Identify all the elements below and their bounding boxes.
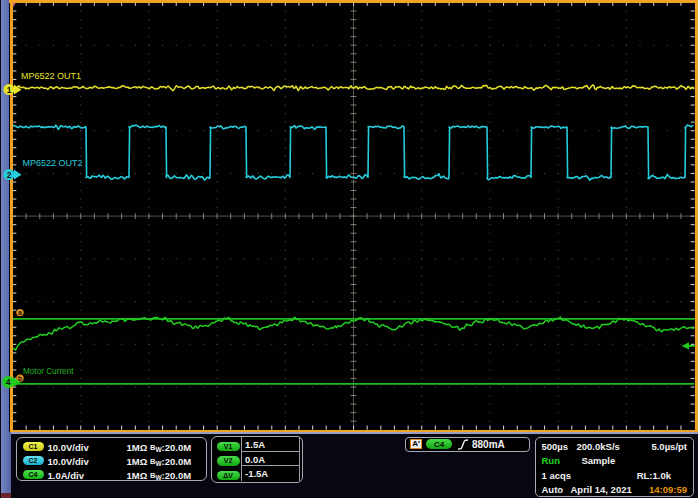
svg-text:1: 1	[7, 85, 12, 95]
svg-text:4: 4	[6, 377, 11, 387]
svg-text:2: 2	[7, 170, 12, 180]
